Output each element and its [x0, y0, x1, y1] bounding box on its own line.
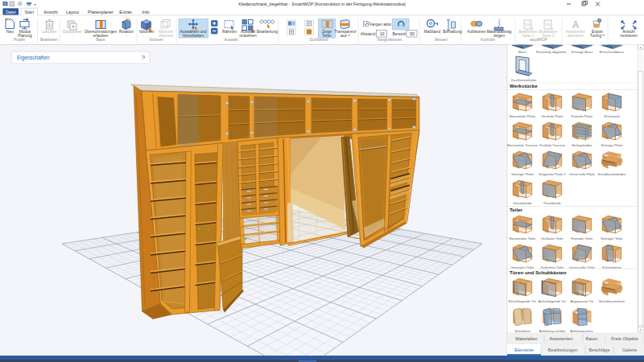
svg-text:Export: Export [592, 30, 604, 34]
svg-text:Rahmen: Rahmen [222, 30, 237, 34]
svg-text:Überschneidungen: Überschneidungen [85, 29, 118, 34]
svg-text:Schräger Teiler: Schräger Teiler [601, 237, 623, 241]
svg-text:Freie Objekte: Freie Objekte [611, 336, 638, 341]
svg-text:Sichtbarkeit: Sichtbarkeit [309, 38, 328, 42]
svg-text:Extras: Extras [119, 10, 132, 14]
svg-text:Aufteilung vertikal: Aufteilung vertikal [539, 329, 565, 333]
svg-text:Bearbeiten: Bearbeiten [539, 30, 558, 34]
svg-text:woodWOP: woodWOP [530, 38, 547, 42]
svg-text:Bereich: Bereich [393, 31, 407, 36]
svg-text:Materialabtrag: Materialabtrag [487, 30, 512, 34]
svg-text:Kollisionen: Kollisionen [467, 30, 486, 34]
svg-text:Aufschlagende Tür: Aufschlagende Tür [539, 299, 567, 303]
svg-text:Assistenten: Assistenten [550, 336, 573, 341]
svg-text:Info: Info [142, 10, 150, 14]
svg-text:Dekorblende: Dekorblende [513, 201, 532, 205]
svg-text:Neu: Neu [6, 30, 14, 34]
svg-text:Modus: Modus [19, 30, 31, 34]
svg-text:Horizontale Traverse: Horizontale Traverse [507, 143, 538, 147]
svg-text:aus ˅: aus ˅ [341, 34, 350, 38]
svg-text:Türen und Schubkästen: Türen und Schubkästen [510, 269, 567, 275]
svg-text:Verschieben: Verschieben [183, 34, 204, 38]
svg-text:Löschen: Löschen [42, 30, 56, 34]
svg-text:Kontrolle: Kontrolle [481, 38, 495, 42]
svg-text:▲: ▲ [639, 46, 642, 49]
svg-text:Rückseitig abgewink...: Rückseitig abgewink... [536, 50, 569, 54]
svg-text:10: 10 [380, 31, 385, 36]
svg-text:Vertikale Platte: Vertikale Platte [541, 114, 564, 118]
svg-text:Auswählen und: Auswählen und [180, 30, 207, 34]
svg-text:Abstand: Abstand [361, 31, 376, 36]
svg-text:Tuning ˅: Tuning ˅ [590, 34, 605, 38]
svg-text:Kleiderschrank_begehbar - Smar: Kleiderschrank_begehbar - SmartWOP [Kons… [238, 2, 406, 6]
svg-text:50: 50 [410, 31, 415, 36]
svg-text:Geneigte Platte: Geneigte Platte [511, 172, 535, 176]
svg-text:Bemaßung: Bemaßung [443, 30, 462, 34]
svg-text:Basis: Basis [518, 50, 526, 54]
svg-text:Frontaler Teiler: Frontaler Teiler [571, 237, 593, 241]
svg-text:Universelle Platte: Universelle Platte [569, 172, 596, 176]
svg-text:Plattenplaner: Plattenplaner [88, 10, 114, 14]
svg-text:Transparenz: Transparenz [335, 30, 357, 34]
svg-text:Bearbeiten: Bearbeiten [518, 30, 538, 34]
svg-text:Rotation: Rotation [119, 30, 134, 34]
svg-text:Fangfunktionen: Fangfunktionen [377, 38, 402, 42]
svg-text:Ansicht: Ansicht [622, 30, 635, 34]
svg-text:Aufteilung horiz.: Aufteilung horiz. [570, 329, 593, 333]
svg-text:aktivieren: aktivieren [568, 34, 584, 38]
svg-text:Einlegeboden: Einlegeboden [572, 143, 592, 147]
svg-text:Materialien: Materialien [515, 336, 537, 341]
svg-text:Dachfensterfutter: Dachfensterfutter [511, 78, 537, 82]
svg-text:Maßband: Maßband [424, 30, 441, 34]
svg-text:umkehren: umkehren [239, 34, 257, 38]
svg-text:▼: ▼ [639, 328, 642, 331]
svg-text:Passblende: Passblende [543, 201, 561, 205]
svg-text:Messen: Messen [435, 38, 448, 42]
svg-text:Bearbeitungen: Bearbeitungen [548, 348, 577, 352]
svg-text:Diagonale Platte 2: Diagonale Platte 2 [539, 172, 566, 176]
svg-text:Schräge Basis: Schräge Basis [572, 50, 592, 54]
svg-text:Auswahl: Auswahl [224, 38, 237, 42]
svg-text:Teiler: Teiler [510, 207, 523, 212]
svg-text:PDF: PDF [545, 23, 550, 27]
svg-text:Elemente: Elemente [514, 348, 534, 352]
svg-text:Eckschrankbasis: Eckschrankbasis [600, 50, 625, 54]
svg-text:zeigen: zeigen [493, 34, 505, 38]
svg-text:Datei: Datei [6, 10, 16, 14]
svg-text:zentrieren: zentrieren [620, 34, 638, 38]
svg-text:Horizontaler Teiler: Horizontaler Teiler [510, 237, 537, 241]
svg-text:Projekt: Projekt [14, 38, 26, 42]
svg-text:Eigenschaften: Eigenschaften [17, 55, 50, 61]
svg-text:Horizontale Platte: Horizontale Platte [510, 114, 536, 118]
svg-text:Beschläge: Beschläge [588, 348, 609, 352]
svg-text:Assistenten: Assistenten [566, 30, 586, 34]
svg-text:Aktiviere: Aktiviere [159, 30, 174, 34]
svg-text:▾: ▾ [34, 2, 35, 6]
svg-text:Vertikale Traverse: Vertikale Traverse [539, 143, 566, 147]
svg-text:Basis: Basis [96, 38, 105, 42]
svg-text:Vertikaler Teiler: Vertikaler Teiler [541, 237, 564, 241]
svg-text:Werkstücke: Werkstücke [510, 83, 538, 88]
svg-text:Start: Start [25, 10, 35, 14]
svg-text:Rückwand: Rückwand [604, 114, 620, 118]
svg-text:Schiebetür: Schiebetür [514, 329, 530, 333]
svg-text:Bearbeiten: Bearbeiten [40, 38, 58, 42]
svg-text:Schräge Platte: Schräge Platte [601, 143, 624, 147]
svg-text:Fangen aktiv: Fangen aktiv [369, 23, 392, 27]
svg-text:Duplizieren: Duplizieren [63, 30, 82, 34]
svg-text:Volumen: Volumen [149, 38, 163, 42]
svg-text:Volumen: Volumen [139, 30, 155, 34]
svg-text:Schubkastenfront: Schubkastenfront [599, 299, 625, 303]
svg-text:Bearbeitung: Bearbeitung [257, 30, 278, 34]
svg-text:Einschlagende Tür: Einschlagende Tür [509, 299, 537, 303]
svg-text:Ansicht: Ansicht [43, 10, 58, 14]
svg-text:Auswahl: Auswahl [241, 30, 255, 34]
svg-text:Angepasste Tür: Angepasste Tür [571, 299, 594, 303]
svg-text:PDF: PDF [525, 23, 530, 27]
svg-text:Frontale Platte: Frontale Platte [572, 114, 593, 118]
svg-text:Layout: Layout [66, 10, 80, 14]
svg-text:Raum: Raum [586, 336, 598, 341]
svg-text:Zeige: Zeige [322, 30, 332, 34]
svg-text:Schubkastenboden: Schubkastenboden [597, 172, 626, 176]
svg-text:Galerie: Galerie [622, 348, 637, 352]
